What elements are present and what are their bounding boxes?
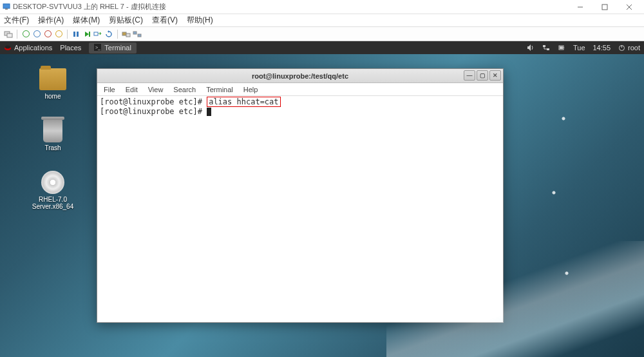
taskbar-terminal[interactable]: >_ Terminal [89, 43, 137, 53]
terminal-menu-help[interactable]: Help [243, 86, 258, 93]
svg-rect-27 [560, 46, 563, 49]
tool-enhanced-icon[interactable] [133, 30, 142, 39]
terminal-cursor [207, 108, 211, 116]
desktop-icon-disc-label: RHEL-7.0 Server.x86_64 [27, 196, 79, 210]
host-menubar: 文件(F) 操作(A) 媒体(M) 剪贴板(C) 查看(V) 帮助(H) [0, 14, 644, 27]
battery-icon[interactable] [558, 44, 565, 52]
svg-rect-11 [89, 32, 90, 37]
toolbar-separator [67, 30, 68, 39]
host-titlebar: DESKTOP-SVTVUU3 上的 RHEL 7 - 虚拟机连接 [0, 0, 644, 14]
tool-turnoff-icon[interactable] [32, 30, 41, 39]
terminal-minimize-button[interactable]: — [464, 70, 475, 81]
folder-icon [39, 68, 66, 90]
maximize-button[interactable] [592, 0, 617, 14]
tool-start-icon[interactable] [21, 30, 30, 39]
network-icon[interactable] [542, 44, 550, 52]
tool-pause-icon[interactable] [71, 30, 80, 39]
menu-clipboard[interactable]: 剪贴板(C) [109, 15, 143, 26]
svg-point-28 [620, 45, 625, 50]
guest-desktop: Applications Places >_ Terminal Tue 14:5… [0, 41, 644, 357]
terminal-menu-search[interactable]: Search [173, 86, 196, 93]
applications-label: Applications [14, 44, 52, 52]
menu-file[interactable]: 文件(F) [4, 15, 29, 26]
host-toolbar [0, 27, 644, 41]
terminal-menubar: File Edit View Search Terminal Help [97, 83, 503, 96]
terminal-title-text: root@linuxprobe:/test/qq/etc [252, 72, 348, 80]
svg-rect-23 [543, 45, 545, 47]
svg-point-19 [5, 46, 10, 49]
svg-point-18 [5, 46, 11, 50]
svg-marker-22 [527, 44, 531, 51]
rhel-logo-icon [4, 44, 12, 52]
trash-icon [43, 119, 62, 142]
disc-icon [41, 171, 64, 194]
user-menu[interactable]: root [618, 44, 640, 52]
terminal-body[interactable]: [root@linuxprobe etc]# alias hhcat=cat [… [97, 96, 503, 117]
svg-rect-15 [126, 34, 130, 37]
host-window-title: DESKTOP-SVTVUU3 上的 RHEL 7 - 虚拟机连接 [13, 2, 166, 12]
clock-time[interactable]: 14:55 [593, 44, 611, 52]
tool-reset-icon[interactable] [82, 30, 91, 39]
svg-rect-25 [559, 46, 564, 50]
terminal-task-icon: >_ [94, 44, 101, 52]
terminal-menu-view[interactable]: View [148, 86, 164, 93]
terminal-line-1: [root@linuxprobe etc]# alias hhcat=cat [100, 97, 500, 107]
power-icon [618, 44, 625, 52]
tool-revert-icon[interactable] [104, 30, 113, 39]
volume-icon[interactable] [527, 44, 535, 52]
tool-save-icon[interactable] [54, 30, 63, 39]
gnome-top-bar: Applications Places >_ Terminal Tue 14:5… [0, 41, 644, 54]
tool-shutdown-icon[interactable] [43, 30, 52, 39]
desktop-icon-trash[interactable]: Trash [27, 119, 79, 151]
terminal-line-2: [root@linuxprobe etc]# [100, 107, 500, 116]
terminal-menu-file[interactable]: File [104, 86, 115, 93]
host-app-icon [3, 3, 10, 12]
tool-checkpoint-icon[interactable] [93, 30, 102, 39]
svg-rect-8 [73, 32, 75, 37]
svg-rect-20 [94, 44, 101, 51]
menu-view[interactable]: 查看(V) [152, 15, 178, 26]
svg-marker-10 [85, 32, 89, 37]
menu-help[interactable]: 帮助(H) [187, 15, 213, 26]
taskbar-terminal-label: Terminal [104, 44, 131, 52]
applications-menu[interactable]: Applications [4, 44, 52, 52]
tool-share-icon[interactable] [122, 30, 131, 39]
terminal-window: root@linuxprobe:/test/qq/etc — ▢ ✕ File … [97, 68, 504, 323]
desktop-icon-home-label: home [27, 93, 79, 100]
svg-rect-9 [77, 32, 79, 37]
highlighted-command: alias hhcat=cat [207, 97, 280, 107]
svg-rect-26 [564, 47, 564, 48]
desktop-icon-disc[interactable]: RHEL-7.0 Server.x86_64 [27, 170, 79, 210]
svg-rect-12 [94, 32, 98, 35]
svg-rect-1 [5, 8, 8, 10]
desktop-icon-trash-label: Trash [27, 144, 79, 151]
clock-day[interactable]: Tue [573, 44, 585, 52]
terminal-close-button[interactable]: ✕ [489, 70, 501, 81]
svg-rect-16 [133, 32, 137, 34]
terminal-menu-terminal[interactable]: Terminal [206, 86, 233, 93]
svg-rect-7 [7, 34, 12, 37]
desktop-icon-home[interactable]: home [27, 67, 79, 100]
toolbar-separator [117, 30, 118, 39]
toolbar-separator [17, 30, 17, 39]
svg-rect-24 [547, 48, 549, 50]
svg-rect-14 [122, 32, 126, 35]
terminal-titlebar[interactable]: root@linuxprobe:/test/qq/etc — ▢ ✕ [97, 69, 503, 83]
menu-action[interactable]: 操作(A) [38, 15, 64, 26]
places-menu[interactable]: Places [60, 44, 81, 52]
user-label: root [628, 44, 640, 52]
close-button[interactable] [617, 0, 641, 14]
svg-rect-17 [138, 34, 141, 37]
svg-rect-0 [3, 4, 10, 8]
svg-rect-3 [602, 5, 607, 10]
svg-text:>_: >_ [95, 45, 100, 50]
svg-marker-13 [108, 30, 109, 33]
tool-ctrl-alt-del-icon[interactable] [4, 30, 13, 39]
minimize-button[interactable] [568, 0, 592, 14]
terminal-maximize-button[interactable]: ▢ [477, 70, 488, 81]
menu-media[interactable]: 媒体(M) [73, 15, 100, 26]
terminal-menu-edit[interactable]: Edit [126, 86, 138, 93]
